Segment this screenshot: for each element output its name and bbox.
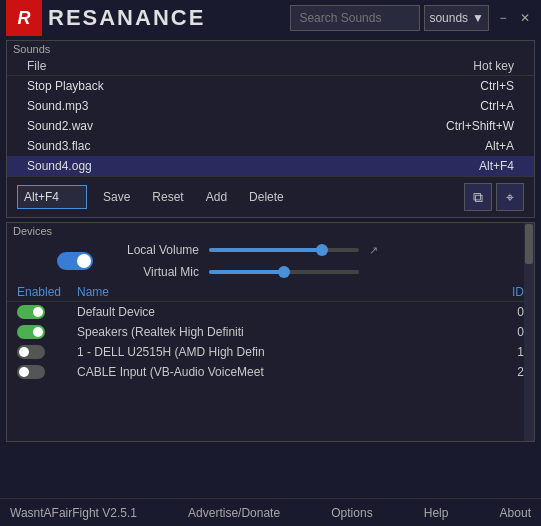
sounds-section-label: Sounds xyxy=(7,41,534,57)
toggle-knob xyxy=(33,307,43,317)
table-row[interactable]: Sound.mp3Ctrl+A xyxy=(7,96,534,116)
reset-button[interactable]: Reset xyxy=(146,188,189,206)
help-link[interactable]: Help xyxy=(424,506,449,520)
table-row[interactable]: Sound4.oggAlt+F4 xyxy=(7,156,534,176)
col-name-header: Name xyxy=(77,285,474,299)
sound-hotkey: Ctrl+S xyxy=(480,79,514,93)
device-id: 0 xyxy=(474,305,524,319)
devices-section-label: Devices xyxy=(7,223,534,239)
table-row[interactable]: Stop PlaybackCtrl+S xyxy=(7,76,534,96)
sound-hotkey: Alt+A xyxy=(485,139,514,153)
scrollbar-thumb xyxy=(525,224,533,264)
local-volume-fill xyxy=(209,248,322,252)
status-bar: WasntAFairFight V2.5.1 Advertise/Donate … xyxy=(0,498,541,526)
virtual-mic-fill xyxy=(209,270,284,274)
sound-filename: Sound3.flac xyxy=(27,139,90,153)
local-volume-thumb xyxy=(316,244,328,256)
about-link[interactable]: About xyxy=(500,506,531,520)
virtual-mic-thumb xyxy=(278,266,290,278)
logo-area: R RESANANCE xyxy=(6,0,205,36)
chevron-down-icon: ▼ xyxy=(472,11,484,25)
close-button[interactable]: ✕ xyxy=(515,8,535,28)
logo-icon: R xyxy=(6,0,42,36)
toggle-knob xyxy=(19,367,29,377)
title-bar: R RESANANCE sounds ▼ − ✕ xyxy=(0,0,541,36)
virtual-mic-slider[interactable] xyxy=(209,270,359,274)
scrollbar[interactable] xyxy=(524,223,534,441)
controls-bar: Save Reset Add Delete ⧉ ⌖ xyxy=(7,176,534,217)
sound-filename: Stop Playback xyxy=(27,79,104,93)
list-item[interactable]: CABLE Input (VB-Audio VoiceMeet 2 xyxy=(7,362,534,382)
hotkey-input[interactable] xyxy=(17,185,87,209)
advertise-link[interactable]: Advertise/Donate xyxy=(188,506,280,520)
device-name: CABLE Input (VB-Audio VoiceMeet xyxy=(77,365,474,379)
search-input[interactable] xyxy=(290,5,420,31)
device-toggle[interactable] xyxy=(17,345,45,359)
sounds-dropdown[interactable]: sounds ▼ xyxy=(424,5,489,31)
list-item[interactable]: Speakers (Realtek High Definiti 0 xyxy=(7,322,534,342)
options-link[interactable]: Options xyxy=(331,506,372,520)
device-id: 0 xyxy=(474,325,524,339)
toggle-knob xyxy=(33,327,43,337)
col-id-header: ID xyxy=(474,285,524,299)
devices-table-header: Enabled Name ID xyxy=(7,283,534,302)
sounds-section: Sounds File Hot key Stop PlaybackCtrl+SS… xyxy=(6,40,535,218)
sounds-table-header: File Hot key xyxy=(7,57,534,76)
minimize-button[interactable]: − xyxy=(493,8,513,28)
title-bar-right: sounds ▼ − ✕ xyxy=(290,5,535,31)
col-enabled-header: Enabled xyxy=(17,285,77,299)
device-id: 1 xyxy=(474,345,524,359)
list-item[interactable]: Default Device 0 xyxy=(7,302,534,322)
virtual-mic-label: Virtual Mic xyxy=(109,265,199,279)
sound-hotkey: Ctrl+A xyxy=(480,99,514,113)
sound-filename: Sound4.ogg xyxy=(27,159,92,173)
col-file-header: File xyxy=(27,59,46,73)
toggle-knob xyxy=(19,347,29,357)
device-name: Speakers (Realtek High Definiti xyxy=(77,325,474,339)
dropdown-label: sounds xyxy=(429,11,468,25)
devices-table-body: Default Device 0 Speakers (Realtek High … xyxy=(7,302,534,382)
sound-filename: Sound2.wav xyxy=(27,119,93,133)
list-item[interactable]: 1 - DELL U2515H (AMD High Defin 1 xyxy=(7,342,534,362)
device-name: 1 - DELL U2515H (AMD High Defin xyxy=(77,345,474,359)
local-volume-slider[interactable] xyxy=(209,248,359,252)
save-button[interactable]: Save xyxy=(97,188,136,206)
device-toggle[interactable] xyxy=(17,365,45,379)
col-hotkey-header: Hot key xyxy=(473,59,514,73)
local-volume-row: Local Volume ↗ xyxy=(109,243,524,257)
playback-toggle[interactable] xyxy=(57,252,93,270)
title-buttons: − ✕ xyxy=(493,8,535,28)
local-volume-label: Local Volume xyxy=(109,243,199,257)
table-row[interactable]: Sound3.flacAlt+A xyxy=(7,136,534,156)
virtual-mic-row: Virtual Mic xyxy=(109,265,524,279)
icon-buttons: ⧉ ⌖ xyxy=(464,183,524,211)
version-label: WasntAFairFight V2.5.1 xyxy=(10,506,137,520)
devices-section: Devices Local Volume ↗ Virtual Mic xyxy=(6,222,535,442)
sound-hotkey: Alt+F4 xyxy=(479,159,514,173)
device-toggle[interactable] xyxy=(17,325,45,339)
device-toggle[interactable] xyxy=(17,305,45,319)
sounds-table-body: Stop PlaybackCtrl+SSound.mp3Ctrl+ASound2… xyxy=(7,76,534,176)
logo-text: RESANANCE xyxy=(48,5,205,31)
table-row[interactable]: Sound2.wavCtrl+Shift+W xyxy=(7,116,534,136)
add-button[interactable]: Add xyxy=(200,188,233,206)
local-volume-link-icon[interactable]: ↗ xyxy=(369,244,378,257)
sound-filename: Sound.mp3 xyxy=(27,99,88,113)
toggle-knob xyxy=(77,254,91,268)
device-name: Default Device xyxy=(77,305,474,319)
delete-button[interactable]: Delete xyxy=(243,188,290,206)
cursor-icon-button[interactable]: ⌖ xyxy=(496,183,524,211)
device-id: 2 xyxy=(474,365,524,379)
copy-icon-button[interactable]: ⧉ xyxy=(464,183,492,211)
sound-hotkey: Ctrl+Shift+W xyxy=(446,119,514,133)
